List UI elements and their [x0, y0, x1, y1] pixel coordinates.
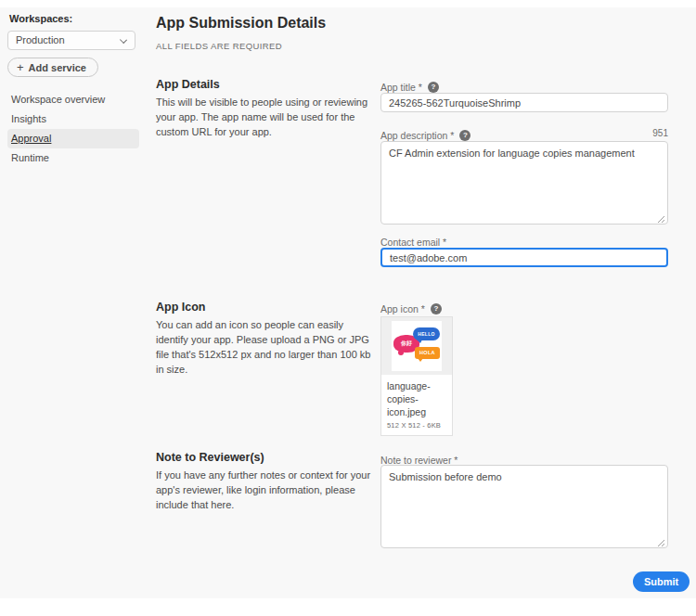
workspaces-label: Workspaces: [9, 13, 139, 24]
speech-bubble-orange: HOLA [415, 347, 440, 359]
app-icon-preview: 你好 HELLO HOLA [381, 317, 452, 375]
workspace-selector[interactable]: Production [7, 31, 135, 50]
add-service-button[interactable]: + Add service [7, 58, 98, 77]
app-title-label: App title * ? [380, 82, 439, 93]
workspace-selected-value: Production [16, 34, 65, 45]
app-details-description: This will be visible to people using or … [156, 96, 377, 140]
speech-bubble-blue: HELLO [413, 327, 440, 340]
app-icon-file-meta: 512 X 512 - 6KB [387, 421, 446, 430]
app-icon-upload-card[interactable]: 你好 HELLO HOLA language-copies-icon.jpeg … [380, 316, 453, 436]
app-icon-description: You can add an icon so people can easily… [156, 318, 377, 378]
app-description-textarea[interactable]: CF Admin extension for language copies m… [380, 141, 668, 225]
sidebar-item-approval[interactable]: Approval [7, 129, 139, 148]
sidebar-nav: Workspace overview Insights Approval Run… [7, 90, 139, 168]
sidebar-item-workspace-overview[interactable]: Workspace overview [7, 90, 139, 109]
add-service-label: Add service [29, 62, 86, 73]
app-title-input[interactable] [380, 93, 668, 112]
char-counter: 951 [380, 128, 668, 138]
contact-email-input[interactable] [380, 248, 668, 267]
submit-button[interactable]: Submit [633, 571, 690, 592]
app-icon-image: 你好 HELLO HOLA [392, 321, 442, 371]
sidebar-item-runtime[interactable]: Runtime [7, 148, 139, 168]
app-icon-file-info: language-copies-icon.jpeg 512 X 512 - 6K… [381, 375, 452, 435]
help-icon[interactable]: ? [431, 303, 442, 314]
page-title: App Submission Details [156, 15, 326, 32]
note-to-reviewer-heading: Note to Reviewer(s) [156, 451, 264, 464]
app-icon-label: App icon * ? [380, 303, 442, 314]
app-details-heading: App Details [156, 78, 220, 91]
sidebar-item-insights[interactable]: Insights [7, 109, 139, 129]
help-icon[interactable]: ? [428, 82, 439, 93]
chevron-down-icon [120, 36, 127, 44]
plus-icon: + [17, 61, 24, 73]
contact-email-label: Contact email * [380, 237, 446, 248]
note-to-reviewer-description: If you have any further notes or context… [156, 468, 377, 513]
app-icon-heading: App Icon [156, 301, 205, 314]
app-submission-page: Workspaces: Production + Add service Wor… [0, 7, 696, 598]
all-fields-required-note: ALL FIELDS ARE REQUIRED [156, 41, 282, 51]
note-to-reviewer-textarea[interactable]: Submission before demo [380, 465, 668, 548]
app-icon-file-name: language-copies-icon.jpeg [387, 379, 446, 419]
sidebar: Workspaces: Production + Add service Wor… [7, 7, 139, 168]
